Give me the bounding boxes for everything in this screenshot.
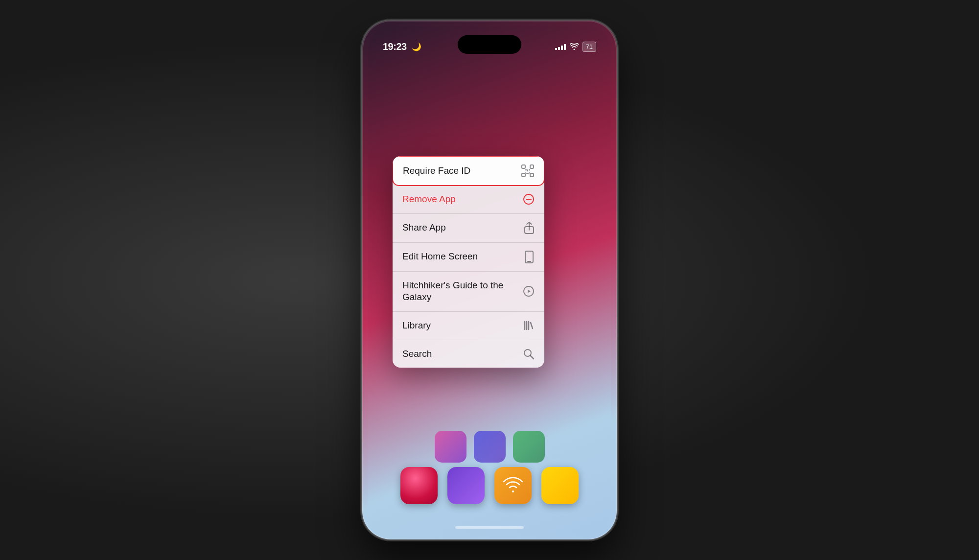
background-app-grid [368,431,611,463]
audible-logo [502,477,524,494]
menu-item-library[interactable]: Library [393,312,544,340]
home-indicator [455,526,524,529]
menu-item-label-library: Library [402,320,431,332]
context-menu: Require Face ID Remove App [393,156,544,368]
menu-item-edit-home-screen[interactable]: Edit Home Screen [393,243,544,272]
svg-rect-3 [530,173,534,177]
phone-screen: 19:23 🌙 [368,26,611,534]
dock-app-red[interactable] [400,467,438,504]
menu-item-label-search: Search [402,348,432,360]
moon-icon: 🌙 [412,42,421,51]
menu-item-require-face-id[interactable]: Require Face ID [393,156,544,186]
face-id-icon [521,164,534,177]
bg-app-2 [474,431,506,463]
dock-app-audible[interactable] [494,467,532,504]
bg-app-1 [435,431,466,463]
dock-app-purple[interactable] [447,467,485,504]
svg-line-15 [531,323,533,328]
svg-rect-1 [530,165,534,168]
library-icon [523,320,535,331]
status-time: 19:23 [383,41,407,52]
phone-edit-icon [524,251,535,263]
minus-circle-icon [523,193,535,205]
search-icon [523,348,535,360]
wifi-icon [570,43,579,50]
menu-item-remove-app[interactable]: Remove App [393,186,544,214]
menu-item-label-edit-home-screen: Edit Home Screen [402,251,478,263]
battery-level: 71 [586,43,593,50]
app-dock [368,467,611,504]
battery-indicator: 71 [583,42,596,52]
menu-item-label-share-app: Share App [402,222,446,234]
share-icon [524,222,535,234]
menu-item-label-remove-app: Remove App [402,193,456,206]
menu-item-share-app[interactable]: Share App [393,214,544,243]
menu-item-label-hitchhikers-guide: Hitchhiker's Guide to the Galaxy [402,280,520,303]
menu-item-search[interactable]: Search [393,340,544,368]
svg-rect-0 [522,165,525,168]
play-circle-icon [523,285,535,297]
svg-point-5 [529,169,530,171]
signal-icon [555,43,566,50]
svg-line-17 [531,356,534,359]
svg-point-4 [525,169,527,171]
dynamic-island [458,35,521,54]
menu-item-hitchhikers-guide[interactable]: Hitchhiker's Guide to the Galaxy [393,272,544,312]
scene: 19:23 🌙 [0,0,979,560]
dock-app-yellow[interactable] [541,467,579,504]
menu-item-label-require-face-id: Require Face ID [403,165,470,177]
status-right: 71 [555,42,596,52]
svg-rect-2 [522,173,525,177]
bg-app-3 [513,431,545,463]
phone-device: 19:23 🌙 [362,21,617,539]
